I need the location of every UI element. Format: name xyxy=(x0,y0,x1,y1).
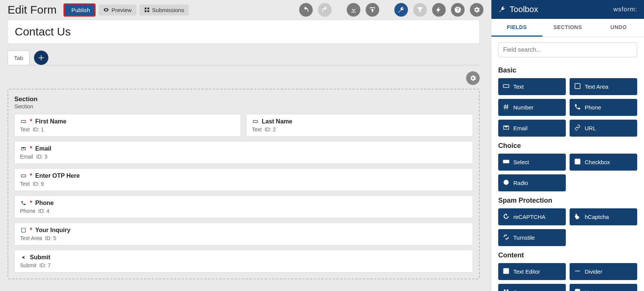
field-phone[interactable]: *PhonePhone ID: 4 xyxy=(14,196,473,218)
field-type-text-editor[interactable]: Text Editor xyxy=(498,263,566,280)
svg-rect-12 xyxy=(504,289,506,291)
phone-icon xyxy=(20,200,27,206)
publish-button[interactable]: Publish xyxy=(63,3,96,17)
field-label: Enter OTP Here xyxy=(35,172,80,179)
field-email[interactable]: *EmailEmail ID: 3 xyxy=(14,141,473,164)
field-type-select[interactable]: Select xyxy=(498,154,566,171)
canvas: Tab Section Section *First NameText ID: … xyxy=(0,20,491,291)
submissions-button[interactable]: Submissions xyxy=(139,5,189,15)
submit-icon xyxy=(20,255,27,260)
recaptcha-icon xyxy=(503,213,510,221)
group-title: Basic xyxy=(498,66,637,74)
group-title: Content xyxy=(498,251,637,259)
svg-rect-2 xyxy=(21,175,26,177)
tab-fields[interactable]: FIELDS xyxy=(491,19,542,37)
field-type-hcaptcha[interactable]: hCaptcha xyxy=(570,208,637,225)
gear-icon xyxy=(473,6,480,14)
undo-button[interactable] xyxy=(299,3,313,17)
field-first-name[interactable]: *First NameText ID: 1 xyxy=(14,114,241,137)
section-settings-row xyxy=(8,69,480,89)
field-label: Last Name xyxy=(262,118,292,125)
wrench-icon xyxy=(397,6,405,14)
field-enter-otp-here[interactable]: *Enter OTP HereText ID: 9 xyxy=(14,168,473,191)
required-indicator: * xyxy=(30,227,32,234)
svg-rect-13 xyxy=(507,289,509,291)
preview-button[interactable]: Preview xyxy=(99,5,136,15)
svg-rect-4 xyxy=(503,85,509,88)
field-type-url[interactable]: URL xyxy=(570,120,637,137)
field-type-turnstile[interactable]: Turnstile xyxy=(498,229,566,246)
text-icon xyxy=(503,83,510,91)
upload-button[interactable] xyxy=(366,3,379,17)
tools-button[interactable] xyxy=(394,3,408,17)
main-area: Edit Form Publish Preview Submissions xyxy=(0,0,491,291)
tab[interactable]: Tab xyxy=(8,51,29,65)
form-title-input[interactable] xyxy=(8,20,480,44)
field-type-text-area[interactable]: Text Area xyxy=(570,78,637,95)
select-icon xyxy=(503,158,510,166)
link-icon xyxy=(574,124,581,132)
field-type-recaptcha[interactable]: reCAPTCHA xyxy=(498,208,566,225)
field-type-label: URL xyxy=(585,125,596,131)
field-type-label: Checkbox xyxy=(585,159,610,165)
field-type-divider[interactable]: Divider xyxy=(570,263,637,280)
field-label: Submit xyxy=(30,254,50,261)
field-type-text[interactable]: Text xyxy=(498,78,566,95)
grid-icon xyxy=(144,7,150,13)
field-type-label: Turnstile xyxy=(513,234,535,241)
field-type-spacer[interactable]: Spacer xyxy=(498,284,566,291)
field-label: Phone xyxy=(35,200,54,206)
field-type-label: Select xyxy=(513,159,529,165)
undo-icon xyxy=(302,6,310,14)
redo-button[interactable] xyxy=(318,3,332,17)
svg-rect-11 xyxy=(575,271,580,271)
field-type-number[interactable]: Number xyxy=(498,99,566,116)
text-icon xyxy=(20,119,27,124)
hcaptcha-icon xyxy=(574,213,581,221)
eye-icon xyxy=(103,7,109,13)
field-type-radio[interactable]: Radio xyxy=(498,174,566,191)
settings-button[interactable] xyxy=(470,3,483,17)
field-type-label: Number xyxy=(513,104,533,111)
textarea-icon xyxy=(574,83,581,91)
bolt-button[interactable] xyxy=(432,3,446,17)
field-type-label: Divider xyxy=(585,268,602,275)
section[interactable]: Section Section *First NameText ID: 1Las… xyxy=(8,89,480,279)
textarea-icon xyxy=(20,228,27,233)
filter-button[interactable] xyxy=(413,3,427,17)
field-type-label: Phone xyxy=(585,104,601,111)
email-icon xyxy=(503,124,510,132)
field-type-phone[interactable]: Phone xyxy=(570,99,637,116)
field-your-inquiry[interactable]: *Your InquiryText Area ID: 5 xyxy=(14,223,473,245)
publish-label: Publish xyxy=(71,7,90,13)
note-icon xyxy=(574,288,581,291)
download-button[interactable] xyxy=(347,3,360,17)
add-tab-button[interactable] xyxy=(34,51,48,65)
field-type-checkbox[interactable]: Checkbox xyxy=(570,154,637,171)
field-submit[interactable]: SubmitSubmit ID: 7 xyxy=(14,250,473,273)
tab-sections[interactable]: SECTIONS xyxy=(542,19,593,37)
divider-icon xyxy=(574,268,581,276)
toolbox-title: Toolbox xyxy=(510,5,610,14)
section-settings-button[interactable] xyxy=(466,71,480,85)
field-search-input[interactable] xyxy=(498,42,637,57)
svg-point-9 xyxy=(505,182,507,183)
svg-rect-1 xyxy=(253,120,258,123)
field-type-email[interactable]: Email xyxy=(498,120,566,137)
field-meta: Submit ID: 7 xyxy=(20,262,467,268)
field-label: Your Inquiry xyxy=(35,227,70,234)
radio-icon xyxy=(503,179,510,187)
tab-undo[interactable]: UNDO xyxy=(593,19,644,37)
svg-rect-3 xyxy=(22,228,26,232)
text-icon xyxy=(252,119,259,124)
checkbox-icon xyxy=(574,158,581,166)
filter-icon xyxy=(416,6,424,14)
toolbox-sidebar: Toolbox wsform: FIELDS SECTIONS UNDO Bas… xyxy=(491,0,644,291)
field-meta: Phone ID: 4 xyxy=(20,208,467,214)
svg-rect-5 xyxy=(575,83,580,89)
help-button[interactable] xyxy=(451,3,465,17)
field-type-note[interactable]: Note xyxy=(570,284,637,291)
phone-icon xyxy=(574,103,581,111)
field-last-name[interactable]: Last NameText ID: 2 xyxy=(246,114,473,137)
tabs-row: Tab xyxy=(8,51,480,65)
